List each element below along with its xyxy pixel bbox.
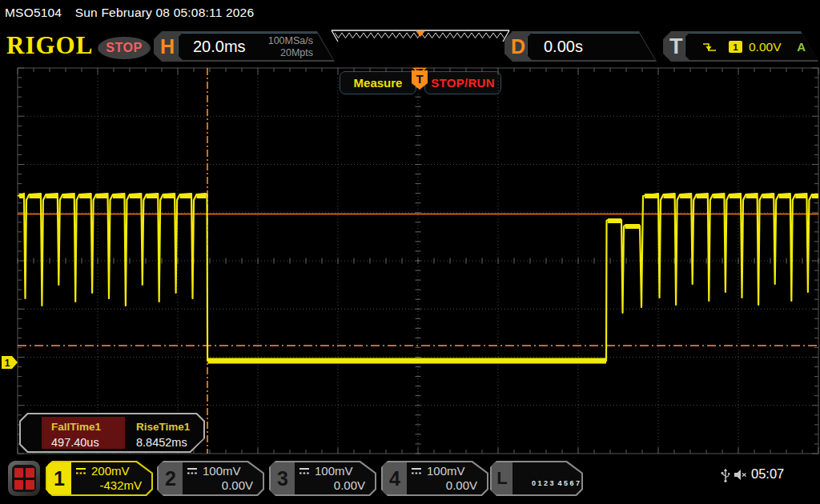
- digital-channels-0-7: 0 1 2 3 4 5 6 7: [532, 479, 580, 487]
- channel1-marker-label: 1: [5, 358, 10, 369]
- channel-1-box[interactable]: 1 200mV -432mV: [46, 461, 153, 496]
- sample-rate-info: 100MSa/s 20Mpts: [268, 35, 313, 58]
- menu-grid-icon: [12, 465, 36, 492]
- trigger-sweep-mode: A: [797, 40, 806, 54]
- delay-value: 0.00s: [544, 38, 583, 56]
- measurement-item-risetime[interactable]: RiseTime1 8.8452ms: [127, 417, 210, 449]
- delay-label: D: [511, 31, 525, 62]
- horizontal-label: H: [160, 31, 175, 62]
- channel-number: 1: [47, 462, 71, 494]
- channel-status-bar: 1 200mV -432mV 2: [0, 456, 820, 504]
- channel-offset: 0.00V: [222, 478, 253, 492]
- measurement-item-falltime[interactable]: FallTime1 497.40us: [42, 417, 125, 449]
- dc-coupling-icon: [410, 467, 423, 475]
- measurement-name: FallTime1: [51, 421, 101, 433]
- measurement-value: 8.8452ms: [136, 436, 187, 449]
- sample-rate: 100MSa/s: [268, 35, 313, 46]
- trigger-source-badge: 1: [729, 41, 742, 53]
- channel-scale: 100mV: [315, 464, 353, 478]
- logic-label: L: [492, 462, 512, 494]
- measurement-name: RiseTime1: [136, 421, 190, 433]
- channel-number: 4: [383, 462, 407, 494]
- channel-scale: 100mV: [203, 464, 241, 478]
- channel-number: 3: [271, 462, 295, 494]
- horizontal-settings-badge[interactable]: H 20.0ms 100MSa/s 20Mpts: [154, 31, 335, 62]
- speaker-muted-icon: [734, 469, 747, 481]
- channel-3-box[interactable]: 3 100mV 0.00V: [269, 461, 376, 496]
- oscilloscope-screen: T1 MSO5104 Sun February 08 05:08:11 2026…: [0, 0, 820, 504]
- digital-channel-list: 0 1 2 3 4 5 6 7 8 9 10 11 12 13 14 15: [516, 464, 580, 504]
- logic-analyzer-box[interactable]: L 0 1 2 3 4 5 6 7 8 9 10 11 12 13 14 15: [490, 461, 583, 496]
- channel-scale: 100mV: [427, 464, 465, 478]
- measurement-results-panel: FallTime1 497.40us RiseTime1 8.8452ms: [19, 413, 205, 453]
- channel-offset: 0.00V: [446, 478, 477, 492]
- memory-depth: 20Mpts: [280, 47, 313, 58]
- measurement-value: 497.40us: [51, 436, 99, 449]
- channel-offset: -432mV: [99, 478, 142, 492]
- dc-coupling-icon: [74, 467, 87, 475]
- panel-background: FallTime1 497.40us RiseTime1 8.8452ms: [21, 414, 203, 451]
- channel-2-box[interactable]: 2 100mV 0.00V: [157, 461, 264, 496]
- channel-scale: 200mV: [91, 464, 130, 478]
- channel-4-box[interactable]: 4 100mV 0.00V: [381, 461, 488, 496]
- channel-number: 2: [159, 462, 183, 494]
- menu-grid-button[interactable]: [8, 461, 40, 496]
- falling-edge-icon: [701, 41, 718, 54]
- clock-text: 05:07: [751, 466, 784, 482]
- usb-icon: [720, 468, 731, 482]
- trigger-label: T: [669, 31, 683, 62]
- trigger-level-value: 0.00V: [749, 40, 782, 54]
- timebase-value: 20.0ms: [193, 38, 246, 56]
- dc-coupling-icon: [186, 467, 199, 475]
- dc-coupling-icon: [298, 467, 311, 475]
- channel-offset: 0.00V: [334, 478, 365, 492]
- trigger-marker-letter[interactable]: T: [416, 72, 423, 86]
